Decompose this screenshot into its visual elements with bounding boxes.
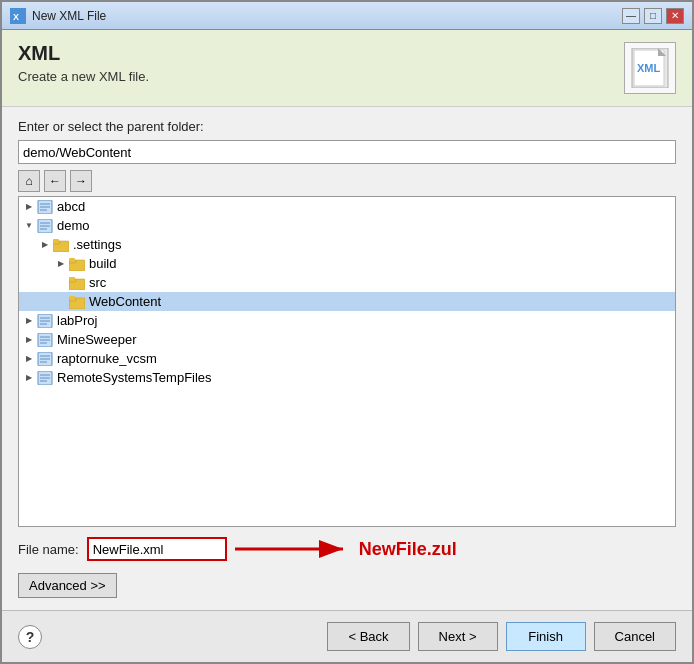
folder-tree[interactable]: ▶abcd▼demo▶.settings▶buildsrcWebContent▶…	[18, 196, 676, 527]
tree-item-label: demo	[57, 218, 90, 233]
header-section: XML Create a new XML file. XML	[2, 30, 692, 107]
project-icon	[37, 333, 53, 347]
svg-text:X: X	[13, 12, 19, 22]
close-button[interactable]: ✕	[666, 8, 684, 24]
project-icon	[37, 371, 53, 385]
tree-toggle-icon[interactable]: ▶	[23, 353, 35, 365]
tree-toggle-icon[interactable]	[55, 296, 67, 308]
tree-item-label: raptornuke_vcsm	[57, 351, 157, 366]
file-section: File name: NewFile.zul	[18, 535, 676, 563]
header-description: Create a new XML file.	[18, 69, 624, 84]
tree-item-label: src	[89, 275, 106, 290]
header-icon: XML	[624, 42, 676, 94]
tree-item[interactable]: ▶abcd	[19, 197, 675, 216]
tree-toggle-icon[interactable]: ▶	[23, 372, 35, 384]
tree-item-label: labProj	[57, 313, 97, 328]
tree-item[interactable]: ▶RemoteSystemsTempFiles	[19, 368, 675, 387]
footer-buttons: < Back Next > Finish Cancel	[327, 622, 676, 651]
tree-item[interactable]: ▶build	[19, 254, 675, 273]
tree-item[interactable]: ▶raptornuke_vcsm	[19, 349, 675, 368]
svg-rect-23	[69, 277, 75, 280]
cancel-button[interactable]: Cancel	[594, 622, 676, 651]
nav-back-button[interactable]: ←	[44, 170, 66, 192]
tree-toggle-icon[interactable]: ▶	[23, 201, 35, 213]
tree-toggle-icon[interactable]: ▶	[23, 334, 35, 346]
project-icon	[37, 219, 53, 233]
tree-item-label: MineSweeper	[57, 332, 137, 347]
nav-forward-button[interactable]: →	[70, 170, 92, 192]
file-name-input[interactable]	[87, 537, 227, 561]
file-name-label: File name:	[18, 542, 79, 557]
main-content: Enter or select the parent folder: ⌂ ← →…	[2, 107, 692, 610]
main-window: X New XML File — □ ✕ XML Create a new XM…	[0, 0, 694, 664]
folder-icon	[69, 295, 85, 309]
window-icon: X	[10, 8, 26, 24]
tree-item[interactable]: ▼demo	[19, 216, 675, 235]
folder-label: Enter or select the parent folder:	[18, 119, 676, 134]
help-button[interactable]: ?	[18, 625, 42, 649]
annotation-text: NewFile.zul	[359, 539, 457, 560]
project-icon	[37, 200, 53, 214]
tree-item[interactable]: WebContent	[19, 292, 675, 311]
annotation-arrow	[235, 535, 355, 563]
tree-item-label: WebContent	[89, 294, 161, 309]
project-icon	[37, 314, 53, 328]
finish-button[interactable]: Finish	[506, 622, 586, 651]
tree-item-label: abcd	[57, 199, 85, 214]
nav-bar: ⌂ ← →	[18, 170, 676, 192]
maximize-button[interactable]: □	[644, 8, 662, 24]
tree-item-label: build	[89, 256, 116, 271]
next-button[interactable]: Next >	[418, 622, 498, 651]
file-input-wrapper	[87, 537, 227, 561]
title-bar: X New XML File — □ ✕	[2, 2, 692, 30]
svg-rect-20	[69, 258, 75, 261]
advanced-section: Advanced >>	[18, 573, 676, 598]
svg-text:XML: XML	[637, 62, 661, 74]
folder-icon	[69, 257, 85, 271]
nav-home-button[interactable]: ⌂	[18, 170, 40, 192]
tree-item[interactable]: src	[19, 273, 675, 292]
arrow-annotation: NewFile.zul	[235, 535, 457, 563]
header-content: XML Create a new XML file.	[18, 42, 624, 84]
tree-item[interactable]: ▶labProj	[19, 311, 675, 330]
footer: ? < Back Next > Finish Cancel	[2, 610, 692, 662]
tree-item-label: RemoteSystemsTempFiles	[57, 370, 212, 385]
tree-item-label: .settings	[73, 237, 121, 252]
tree-toggle-icon[interactable]: ▼	[23, 220, 35, 232]
tree-toggle-icon[interactable]: ▶	[55, 258, 67, 270]
tree-toggle-icon[interactable]	[55, 277, 67, 289]
window-controls: — □ ✕	[622, 8, 684, 24]
window-title: New XML File	[32, 9, 622, 23]
tree-item[interactable]: ▶.settings	[19, 235, 675, 254]
folder-icon	[53, 238, 69, 252]
tree-toggle-icon[interactable]: ▶	[23, 315, 35, 327]
header-title: XML	[18, 42, 624, 65]
tree-toggle-icon[interactable]: ▶	[39, 239, 51, 251]
advanced-button[interactable]: Advanced >>	[18, 573, 117, 598]
project-icon	[37, 352, 53, 366]
footer-left: ?	[18, 625, 327, 649]
minimize-button[interactable]: —	[622, 8, 640, 24]
folder-input[interactable]	[18, 140, 676, 164]
svg-rect-17	[53, 239, 59, 242]
svg-rect-26	[69, 296, 75, 299]
back-button[interactable]: < Back	[327, 622, 409, 651]
folder-icon	[69, 276, 85, 290]
tree-item[interactable]: ▶MineSweeper	[19, 330, 675, 349]
